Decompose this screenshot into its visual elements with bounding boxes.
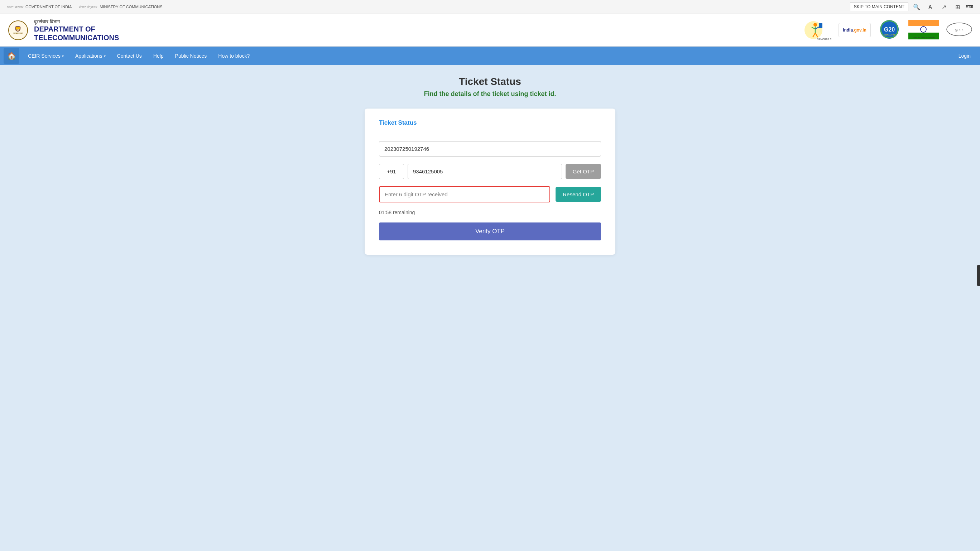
phone-number-input[interactable] [407,164,562,179]
sitemap-icon-btn[interactable]: ⊞ [952,2,963,12]
resend-otp-button[interactable]: Resend OTP [555,187,601,202]
login-btn[interactable]: Login [953,46,977,65]
share-icon-btn[interactable]: ↗ [939,2,949,12]
g20-logo: G20 INDIA 2023 [878,20,901,41]
nav-help[interactable]: Help [148,46,169,65]
page-title: Ticket Status [7,76,973,88]
nav-contact-us[interactable]: Contact Us [111,46,148,65]
navbar: 🏠 CEIR Services ▾ Applications ▾ Contact… [0,46,980,65]
svg-rect-7 [819,23,822,28]
applications-dropdown-arrow: ▾ [104,54,106,58]
nav-how-to-block[interactable]: How to block? [212,46,255,65]
verify-otp-button[interactable]: Verify OTP [379,223,601,240]
ministry-label: संचार मंत्रालय MINISTRY OF COMMUNICATION… [79,5,162,9]
otp-timer: 01:58 remaining [379,210,601,215]
nav-public-notices[interactable]: Public Notices [169,46,213,65]
otp-input[interactable] [379,186,550,202]
main-content: Ticket Status Find the details of the ti… [0,65,980,551]
emblem-circle: 🦁 सत्यमेव जयते [8,21,28,40]
scroll-indicator [977,265,980,286]
fifth-logo: ◎ ○ ○ [946,22,973,38]
search-icon-btn[interactable]: 🔍 [911,2,922,12]
top-bar-left: भारत सरकार GOVERNMENT OF INDIA संचार मंत… [7,5,162,9]
svg-text:SANCHAR SAATHI: SANCHAR SAATHI [817,38,831,40]
svg-text:INDIA 2023: INDIA 2023 [884,33,895,36]
font-size-icon-btn[interactable]: A [925,2,935,12]
language-btn[interactable]: भाषा [966,4,973,10]
phone-group: Get OTP [379,164,601,179]
form-card-title: Ticket Status [379,119,601,132]
site-header: 🦁 सत्यमेव जयते दूरसंचार विभाग DEPARTMENT… [0,14,980,46]
phone-prefix-input [379,164,404,179]
ticket-id-group [379,141,601,156]
top-bar: भारत सरकार GOVERNMENT OF INDIA संचार मंत… [0,0,980,14]
page-subtitle: Find the details of the ticket using tic… [7,90,973,98]
skip-to-main-link[interactable]: SKIP TO MAIN CONTENT [850,3,908,11]
gov-india-label: भारत सरकार GOVERNMENT OF INDIA [7,5,72,9]
india-gov-logo: india.gov.in [838,23,871,37]
nav-items: CEIR Services ▾ Applications ▾ Contact U… [22,46,953,65]
nav-applications[interactable]: Applications ▾ [70,46,111,65]
svg-rect-13 [908,20,939,26]
top-bar-right: SKIP TO MAIN CONTENT 🔍 A ↗ ⊞ भाषा [850,2,973,12]
svg-text:◎ ○ ○: ◎ ○ ○ [955,28,964,32]
svg-point-1 [813,23,817,27]
home-nav-btn[interactable]: 🏠 [3,48,19,64]
get-otp-button[interactable]: Get OTP [566,164,601,179]
header-logos: SANCHAR SAATHI india.gov.in G20 INDIA 20… [803,19,973,41]
sanchar-saathi-logo: SANCHAR SAATHI [803,19,831,41]
header-left: 🦁 सत्यमेव जयते दूरसंचार विभाग DEPARTMENT… [7,18,119,43]
dept-english-name: DEPARTMENT OF TELECOMMUNICATIONS [34,25,119,42]
otp-group: Resend OTP [379,186,601,202]
ticket-status-form-card: Ticket Status Get OTP Resend OTP 01:58 r… [364,108,616,255]
govt-emblem: 🦁 सत्यमेव जयते [7,18,29,43]
azadi-logo: Azadi Ka Amrit Mahotsav [908,20,939,41]
ticket-id-input[interactable] [379,141,601,156]
dept-info: दूरसंचार विभाग DEPARTMENT OF TELECOMMUNI… [34,19,119,42]
svg-text:G20: G20 [884,27,895,33]
dept-hindi-name: दूरसंचार विभाग [34,19,119,25]
nav-ceir-services[interactable]: CEIR Services ▾ [22,46,70,65]
svg-rect-14 [908,26,939,33]
ceir-dropdown-arrow: ▾ [62,54,64,58]
svg-text:Azadi Ka Amrit Mahotsav: Azadi Ka Amrit Mahotsav [912,37,934,39]
